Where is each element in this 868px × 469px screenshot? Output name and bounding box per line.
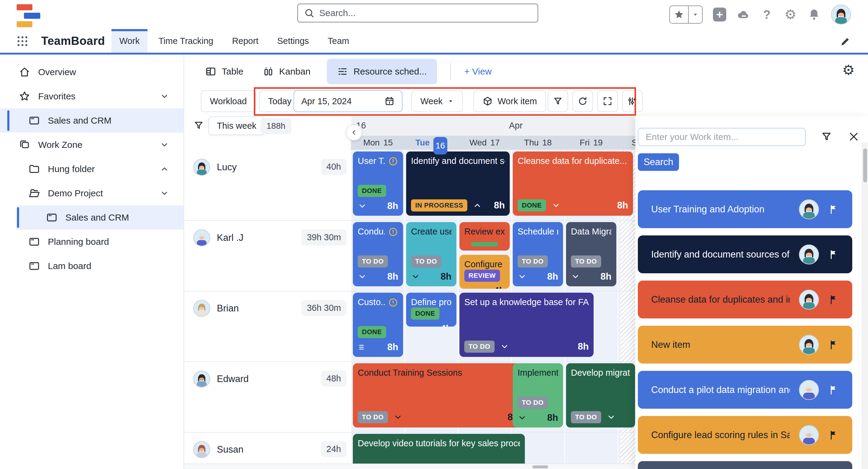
star-o-icon <box>19 91 30 102</box>
fullscreen-button[interactable] <box>597 90 618 112</box>
add-icon[interactable]: + <box>713 8 726 21</box>
month-strip: 16 <box>351 116 636 136</box>
edit-pencil-icon[interactable] <box>840 36 851 47</box>
panel-work-item-configure-lead-scoring-rules-in-salesf[interactable]: Configure lead scoring rules in Salesf..… <box>638 416 852 454</box>
sidebar-item-label: Hung folder <box>48 164 95 174</box>
day-header-tue[interactable]: Tue16 <box>405 136 458 150</box>
profile-avatar[interactable] <box>831 4 851 25</box>
work-item-search-input[interactable] <box>638 128 806 146</box>
sidebar-item-favorites[interactable]: Favorites <box>0 84 184 109</box>
resource-name: Edward <box>217 371 314 384</box>
nav-tab-report[interactable]: Report <box>224 29 266 53</box>
scheduler-toolbar: Workload Today Apr 15, 2024 Week Work it… <box>184 88 868 117</box>
panel-work-item-partial[interactable] <box>638 461 852 469</box>
sidebar-item-planning-board[interactable]: Planning board <box>0 230 184 254</box>
card-title: Set up a knowledge base for FAQs <box>464 297 589 307</box>
schedule-card-create-use[interactable]: Create use... TO DO8h <box>406 222 457 286</box>
view-tab-table[interactable]: Table <box>202 59 247 84</box>
avatar <box>799 199 819 219</box>
schedule-card-data-migra[interactable]: Data Migra... TO DO8h <box>566 222 616 286</box>
scrollbar-thumb[interactable] <box>532 465 548 468</box>
sidebar-item-sales-and-crm[interactable]: Sales and CRM <box>0 205 184 230</box>
work-item-panel: Search User Training and Adoption Identi… <box>636 116 868 469</box>
folders-icon <box>19 139 30 151</box>
settings-gear-icon[interactable]: ⚙ <box>784 8 797 21</box>
sidebar-item-sales-and-crm[interactable]: Sales and CRM <box>0 109 184 133</box>
day-header-thu[interactable]: Thu18 <box>511 136 564 150</box>
panel-work-item-conduct-a-pilot-data-migration-and-va[interactable]: Conduct a pilot data migration and va... <box>638 371 852 409</box>
vertical-scrollbar[interactable] <box>862 142 868 469</box>
favorites-split-button[interactable] <box>669 5 703 24</box>
horizontal-scrollbar[interactable] <box>184 464 636 469</box>
panel-close-icon[interactable] <box>848 131 860 142</box>
cloud-apps-icon[interactable] <box>737 8 750 21</box>
flag-icon <box>828 430 839 441</box>
view-settings-gear-icon[interactable]: ⚙ <box>842 63 855 77</box>
status-badge: REVIEW <box>464 270 500 282</box>
top-bar: +?⚙ <box>0 0 868 29</box>
schedule-card-conduct-training-sessions[interactable]: Conduct Training Sessions TO DO8h <box>353 363 523 428</box>
panel-work-item-identify-and-document-sources-of-exi[interactable]: Identify and document sources of exi... <box>638 235 852 273</box>
card-title: Develop video tutorials for key sales pr… <box>358 438 520 449</box>
global-search[interactable] <box>298 4 538 22</box>
sidebar-item-overview[interactable]: Overview <box>0 60 184 84</box>
avatar <box>799 380 819 400</box>
view-tab-kanban[interactable]: Kanban <box>260 59 313 84</box>
notifications-icon[interactable] <box>807 8 821 21</box>
card-title: Review exi... <box>464 226 505 237</box>
schedule-card-develop-migratio[interactable]: Develop migratio... TO DO <box>566 363 635 428</box>
schedule-card-review-exi[interactable]: Review exi... <box>460 222 510 251</box>
schedule-card-implement[interactable]: Implement ... TO DO8h <box>513 363 563 428</box>
avatar <box>193 159 210 176</box>
date-picker[interactable]: Apr 15, 2024 <box>293 90 403 112</box>
filter-button[interactable] <box>548 90 568 112</box>
scrollbar-thumb[interactable] <box>863 148 867 182</box>
schedule-card-set-up-a-knowledge-base-for-faqs[interactable]: Set up a knowledge base for FAQs TO DO8h <box>460 293 594 357</box>
filter-icon[interactable] <box>193 120 204 131</box>
schedule-card-define-proj[interactable]: Define proj... DONE4h <box>406 293 457 327</box>
sidebar-item-hung-folder[interactable]: Hung folder <box>0 157 184 181</box>
range-select[interactable]: Week <box>411 90 463 112</box>
view-tab-resource-sched[interactable]: Resource sched... <box>327 59 437 84</box>
panel-work-item-new-item[interactable]: New item <box>638 326 852 363</box>
board-icon <box>46 212 58 223</box>
funnel-icon <box>553 96 563 106</box>
resource-hours-badge: 39h 30m <box>301 229 346 245</box>
nav-tab-team[interactable]: Team <box>320 29 357 53</box>
schedule-card-configure-l[interactable]: Configure l... REVIEW4h <box>460 255 510 289</box>
nav-tab-work[interactable]: Work <box>112 29 148 53</box>
sidebar-item-lam-board[interactable]: Lam board <box>0 254 184 278</box>
sidebar-item-work-zone[interactable]: Work Zone <box>0 133 184 157</box>
day-header-fri[interactable]: Fri19 <box>564 136 618 150</box>
panel-filter-icon[interactable] <box>821 131 832 142</box>
schedule-card-condu[interactable]: Condu... TO DO8h <box>353 222 403 286</box>
status-badge: TO DO <box>464 341 495 353</box>
this-week-button[interactable]: This week <box>208 116 265 135</box>
add-view-button[interactable]: + View <box>464 66 492 77</box>
nav-tab-settings[interactable]: Settings <box>269 29 317 53</box>
work-item-button[interactable]: Work item <box>473 90 546 112</box>
sidebar-item-demo-project[interactable]: Demo Project <box>0 181 184 205</box>
day-header-wed[interactable]: Wed17 <box>458 136 511 150</box>
panel-work-item-cleanse-data-for-duplicates-and-inacc[interactable]: Cleanse data for duplicates and inacc... <box>638 281 852 318</box>
schedule-card-user-t[interactable]: User T... DONE8h <box>353 151 403 216</box>
panel-work-item-user-training-and-adoption[interactable]: User Training and Adoption <box>638 190 852 228</box>
resource-hours-badge: 48h <box>321 371 346 387</box>
caret-down-icon <box>447 98 454 104</box>
schedule-card-schedule-r[interactable]: Schedule r... TO DO8h <box>513 222 563 286</box>
help-icon[interactable]: ? <box>760 8 774 21</box>
display-settings-button[interactable] <box>622 90 643 112</box>
app-switcher-icon[interactable] <box>16 34 29 48</box>
avatar <box>799 425 819 445</box>
workload-button[interactable]: Workload <box>201 90 256 112</box>
refresh-button[interactable] <box>572 90 593 112</box>
collapse-panel-button[interactable] <box>346 124 362 141</box>
schedule-card-cleanse-data-for-duplicate[interactable]: Cleanse data for duplicate... DONE8h <box>513 151 633 216</box>
panel-search-button[interactable]: Search <box>638 153 679 171</box>
card-hours: 8h <box>388 271 398 282</box>
nav-tab-time-tracking[interactable]: Time Tracking <box>151 29 221 53</box>
search-input[interactable] <box>319 8 513 18</box>
schedule-card-custo[interactable]: Custo... DONE8h <box>353 293 403 357</box>
schedule-card-identify-and-document-sou[interactable]: Identify and document sou... IN PROGRESS… <box>406 151 510 216</box>
chev-down-icon <box>411 272 420 281</box>
